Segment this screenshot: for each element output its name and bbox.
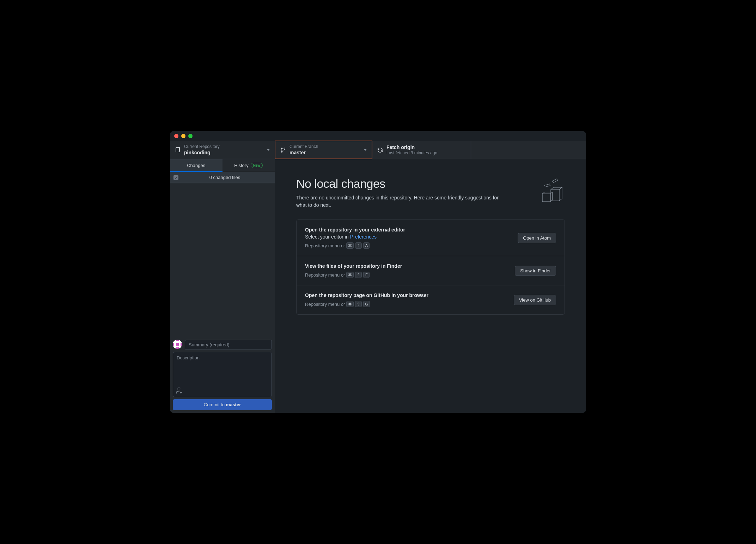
chevron-down-icon	[364, 149, 367, 151]
repo-label: Current Repository	[184, 144, 263, 149]
current-branch-dropdown[interactable]: Current Branch master	[275, 141, 372, 159]
suggestion-view-github: Open the repository page on GitHub in yo…	[297, 285, 565, 314]
tab-changes-label: Changes	[187, 163, 205, 168]
page-subtitle: There are no uncommitted changes in this…	[296, 194, 508, 209]
changes-header: 0 changed files	[170, 172, 275, 183]
boxes-illustration-icon	[537, 177, 565, 205]
body: Changes History New 0 changed files	[170, 159, 586, 413]
kbd-g: G	[363, 301, 370, 307]
description-placeholder: Description	[177, 355, 200, 360]
branch-label: Current Branch	[289, 144, 360, 149]
add-coauthor-icon[interactable]	[176, 388, 182, 394]
commit-button[interactable]: Commit to master	[173, 399, 272, 410]
toolbar: Current Repository pinkcoding Current Br…	[170, 141, 586, 159]
avatar[interactable]	[173, 340, 182, 349]
tab-history[interactable]: History New	[222, 159, 275, 172]
description-input[interactable]: Description	[173, 352, 272, 397]
tab-changes[interactable]: Changes	[170, 159, 222, 172]
suggestion-open-editor: Open the repository in your external edi…	[297, 220, 565, 256]
kbd-cmd: ⌘	[346, 242, 354, 249]
branch-icon	[280, 147, 286, 153]
sidebar-tabs: Changes History New	[170, 159, 275, 172]
kbd-a: A	[363, 242, 370, 249]
suggestion-title: View the files of your repository in Fin…	[305, 263, 508, 269]
suggestion-desc: Select your editor in Preferences	[305, 234, 511, 240]
kbd-shift: ⇧	[355, 301, 362, 307]
maximize-window-button[interactable]	[188, 134, 193, 138]
commit-branch: master	[226, 402, 241, 407]
close-window-button[interactable]	[174, 134, 178, 138]
repo-icon	[175, 147, 181, 153]
fetch-origin-button[interactable]: Fetch origin Last fetched 9 minutes ago	[372, 141, 471, 159]
chevron-down-icon	[267, 149, 270, 151]
kbd-cmd: ⌘	[346, 301, 354, 307]
titlebar[interactable]	[170, 131, 586, 141]
suggestion-hint: Repository menu or ⌘ ⇧ A	[305, 242, 511, 249]
kbd-shift: ⇧	[355, 242, 362, 249]
commit-prefix: Commit to	[204, 402, 226, 407]
app-window: Current Repository pinkcoding Current Br…	[170, 131, 586, 413]
fetch-label: Fetch origin	[386, 144, 466, 150]
changes-count: 0 changed files	[178, 175, 271, 180]
commit-form: Description Commit to master	[170, 337, 275, 413]
branch-value: master	[289, 149, 360, 156]
sync-icon	[377, 147, 383, 153]
main-panel: No local changes There are no uncommitte…	[275, 159, 586, 413]
sidebar: Changes History New 0 changed files	[170, 159, 275, 413]
suggestion-hint: Repository menu or ⌘ ⇧ G	[305, 301, 507, 307]
suggestion-show-finder: View the files of your repository in Fin…	[297, 256, 565, 285]
kbd-cmd: ⌘	[346, 272, 354, 278]
suggestion-title: Open the repository in your external edi…	[305, 227, 511, 233]
kbd-shift: ⇧	[355, 272, 362, 278]
show-in-finder-button[interactable]: Show in Finder	[515, 266, 556, 276]
new-badge: New	[251, 163, 263, 168]
fetch-sub: Last fetched 9 minutes ago	[386, 150, 466, 156]
preferences-link[interactable]: Preferences	[350, 234, 377, 240]
suggestion-title: Open the repository page on GitHub in yo…	[305, 292, 507, 298]
open-in-atom-button[interactable]: Open in Atom	[518, 233, 556, 243]
view-on-github-button[interactable]: View on GitHub	[514, 295, 556, 305]
repo-value: pinkcoding	[184, 149, 263, 156]
changes-list	[170, 183, 275, 337]
summary-input[interactable]	[185, 340, 272, 350]
suggestion-hint: Repository menu or ⌘ ⇧ F	[305, 272, 508, 278]
minimize-window-button[interactable]	[181, 134, 185, 138]
tab-history-label: History	[234, 163, 248, 168]
select-all-checkbox[interactable]	[173, 175, 178, 180]
kbd-f: F	[363, 272, 370, 278]
suggestions-list: Open the repository in your external edi…	[296, 220, 565, 315]
page-title: No local changes	[296, 177, 523, 191]
check-icon	[174, 176, 178, 179]
current-repository-dropdown[interactable]: Current Repository pinkcoding	[170, 141, 275, 159]
